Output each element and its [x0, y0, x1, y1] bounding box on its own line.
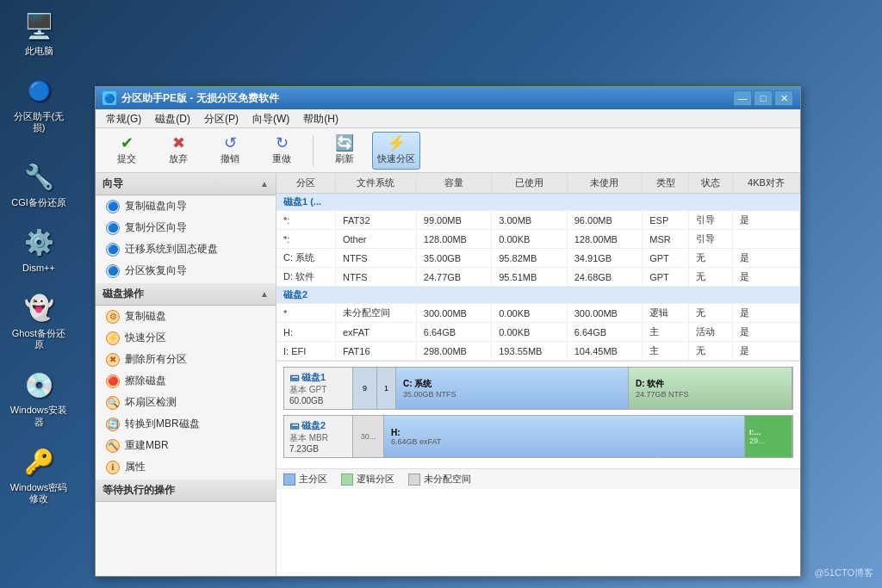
col-type: 类型 — [643, 173, 689, 194]
toolbar-quick-partition[interactable]: ⚡ 快速分区 — [372, 132, 420, 170]
submit-label: 提交 — [117, 152, 136, 165]
cell-align: 是 — [733, 304, 800, 323]
table-row[interactable]: *: Other 128.00MB 0.00KB 128.00MB MSR 引导 — [276, 230, 800, 249]
disk1-sys-size: 35.00GB NTFS — [403, 390, 621, 399]
cell-free: 300.00MB — [567, 304, 642, 323]
refresh-icon: 🔄 — [335, 135, 354, 151]
copy-disk-op-icon: ⚙ — [106, 310, 120, 324]
sidebar-quick-partition-op[interactable]: ⚡ 快速分区 — [96, 327, 276, 349]
cgi-backup-label: CGI备份还原 — [11, 197, 66, 208]
cell-partition: D: 软件 — [276, 268, 335, 287]
desktop-icon-windows-installer[interactable]: 💿 Windows安装器 — [9, 368, 69, 427]
redo-icon: ↻ — [276, 135, 289, 151]
sidebar-copy-partition[interactable]: 🔵 复制分区向导 — [96, 217, 276, 238]
sidebar-migrate-ssd[interactable]: 🔵 迁移系统到固态硬盘 — [96, 238, 276, 260]
copy-disk-op-label: 复制磁盘 — [125, 309, 166, 324]
disk1-info: 🖴 磁盘1 基本 GPT 60.00GB — [284, 368, 353, 409]
content-area: 向导 ▲ 🔵 复制磁盘向导 🔵 复制分区向导 🔵 迁移系统到固态硬盘 🔵 — [96, 173, 800, 576]
cell-used: 95.51MB — [492, 268, 567, 287]
menu-disk[interactable]: 磁盘(D) — [148, 111, 197, 126]
legend-unallocated-box — [408, 473, 420, 486]
sidebar-wipe-disk[interactable]: 🔴 擦除磁盘 — [96, 370, 276, 392]
cell-partition: I: EFI — [276, 342, 335, 361]
disk2-part-h[interactable]: H: 6.64GB exFAT — [384, 416, 745, 457]
disk2-part-unalloc[interactable]: 30... — [353, 416, 384, 457]
wizard-collapse[interactable]: ▲ — [260, 179, 269, 189]
migrate-ssd-icon: 🔵 — [106, 243, 120, 257]
toolbar-undo[interactable]: ↺ 撤销 — [206, 132, 254, 170]
quick-partition-icon: ⚡ — [387, 135, 406, 151]
disk1-part-esp[interactable]: 9 — [353, 368, 377, 409]
cell-free: 104.45MB — [567, 342, 642, 361]
legend-logical: 逻辑分区 — [341, 473, 394, 486]
minimize-button[interactable]: — — [733, 90, 752, 106]
col-partition: 分区 — [276, 173, 335, 194]
disk1-part-data[interactable]: D: 软件 24.77GB NTFS — [629, 368, 792, 409]
disk-ops-collapse[interactable]: ▲ — [260, 289, 269, 299]
cell-fs: 未分配空间 — [335, 304, 416, 323]
desktop-icon-my-computer[interactable]: 🖥️ 此电脑 — [9, 9, 69, 57]
sidebar-copy-disk[interactable]: 🔵 复制磁盘向导 — [96, 195, 276, 217]
menu-partition[interactable]: 分区(P) — [197, 111, 245, 126]
disk2-visual-size: 7.23GB — [289, 444, 347, 454]
col-align: 4KB对齐 — [733, 173, 800, 194]
table-row[interactable]: H: exFAT 6.64GB 0.00KB 6.64GB 主 活动 是 — [276, 323, 800, 342]
my-computer-icon: 🖥️ — [22, 9, 56, 43]
toolbar-redo[interactable]: ↻ 重做 — [258, 132, 306, 170]
cell-fs: FAT16 — [335, 342, 416, 361]
table-row[interactable]: * 未分配空间 300.00MB 0.00KB 300.00MB 逻辑 无 是 — [276, 304, 800, 323]
dism-label: Dism++ — [22, 263, 55, 274]
maximize-button[interactable]: □ — [754, 90, 773, 106]
title-bar: 🔵 分区助手PE版 - 无损分区免费软件 — □ ✕ — [96, 87, 800, 109]
disk-ops-title: 磁盘操作 — [102, 287, 144, 301]
sidebar-bad-sector[interactable]: 🔍 坏扇区检测 — [96, 392, 276, 413]
disk1-visual-name: 🖴 磁盘1 — [289, 371, 347, 384]
desktop-icon-partition-assistant[interactable]: 🔵 分区助手(无损) — [9, 74, 69, 133]
menu-general[interactable]: 常规(G) — [99, 111, 148, 126]
cell-fs: FAT32 — [335, 211, 416, 230]
cell-status: 引导 — [689, 230, 733, 249]
table-row[interactable]: I: EFI FAT16 298.00MB 193.55MB 104.45MB … — [276, 342, 800, 361]
ghost-label: Ghost备份还原 — [9, 328, 69, 350]
copy-partition-label: 复制分区向导 — [125, 220, 187, 235]
waiting-section: 等待执行的操作 — [96, 480, 276, 528]
wipe-disk-icon: 🔴 — [106, 374, 120, 388]
cell-used: 0.00KB — [492, 323, 567, 342]
disk2-part-efi[interactable]: I:... 29... — [745, 416, 792, 457]
disk1-part-sys[interactable]: C: 系统 35.00GB NTFS — [396, 368, 629, 409]
cell-status: 无 — [689, 268, 733, 287]
recovery-icon: 🔵 — [106, 264, 120, 278]
disk1-data-name: D: 软件 — [636, 378, 785, 390]
sidebar-properties[interactable]: ℹ 属性 — [96, 456, 276, 478]
sidebar-delete-all[interactable]: ✖ 删除所有分区 — [96, 349, 276, 370]
sidebar-rebuild-mbr[interactable]: 🔨 重建MBR — [96, 435, 276, 456]
table-row[interactable]: D: 软件 NTFS 24.77GB 95.51MB 24.68GB GPT 无… — [276, 268, 800, 287]
menu-bar: 常规(G) 磁盘(D) 分区(P) 向导(W) 帮助(H) — [96, 109, 800, 128]
sidebar-to-mbr[interactable]: 🔄 转换到MBR磁盘 — [96, 413, 276, 435]
close-button[interactable]: ✕ — [774, 90, 793, 106]
table-row[interactable]: *: FAT32 99.00MB 3.00MB 96.00MB ESP 引导 是 — [276, 211, 800, 230]
disk1-sys-name: C: 系统 — [403, 378, 621, 390]
toolbar-submit[interactable]: ✔ 提交 — [102, 132, 151, 170]
disk1-part-msr[interactable]: 1 — [377, 368, 396, 409]
toolbar-refresh[interactable]: 🔄 刷新 — [320, 132, 369, 170]
disk2-visual-type: 基本 MBR — [289, 432, 347, 444]
sidebar-recovery[interactable]: 🔵 分区恢复向导 — [96, 260, 276, 282]
redo-label: 重做 — [272, 152, 291, 165]
menu-wizard[interactable]: 向导(W) — [245, 111, 296, 126]
recovery-label: 分区恢复向导 — [125, 263, 187, 278]
copy-disk-label: 复制磁盘向导 — [125, 199, 187, 214]
sidebar-copy-disk-op[interactable]: ⚙ 复制磁盘 — [96, 306, 276, 327]
desktop-icon-ghost[interactable]: 👻 Ghost备份还原 — [9, 291, 69, 350]
table-row[interactable]: C: 系统 NTFS 35.00GB 95.82MB 34.91GB GPT 无… — [276, 249, 800, 268]
legend-logical-box — [341, 473, 353, 486]
submit-icon: ✔ — [121, 135, 134, 151]
toolbar-discard[interactable]: ✖ 放弃 — [154, 132, 202, 170]
quick-partition-op-label: 快速分区 — [125, 331, 166, 345]
desktop-icon-cgi-backup[interactable]: 🔧 CGI备份还原 — [9, 160, 69, 208]
menu-help[interactable]: 帮助(H) — [296, 111, 345, 126]
desktop-icon-windows-password[interactable]: 🔑 Windows密码修改 — [9, 445, 69, 504]
cell-type: GPT — [643, 268, 689, 287]
cell-type: ESP — [643, 211, 689, 230]
desktop-icon-dism[interactable]: ⚙️ Dism++ — [9, 226, 69, 274]
